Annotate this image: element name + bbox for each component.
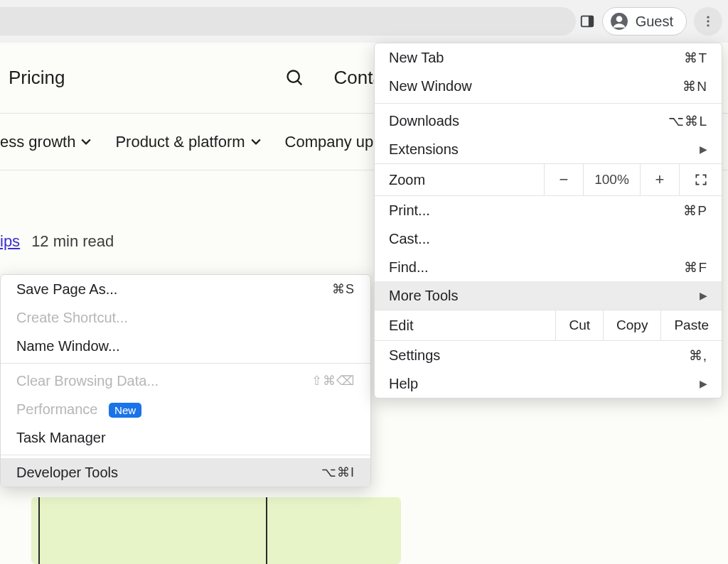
menu-extensions[interactable]: Extensions ▶ — [375, 135, 722, 163]
fullscreen-button[interactable] — [679, 164, 722, 195]
edit-copy-button[interactable]: Copy — [603, 310, 660, 340]
menu-more-tools[interactable]: More Tools ▶ — [375, 281, 722, 310]
chevron-right-icon: ▶ — [700, 143, 707, 155]
profile-chip[interactable]: Guest — [602, 7, 687, 36]
menu-downloads[interactable]: Downloads ⌥⌘L — [375, 107, 722, 135]
edit-paste-button[interactable]: Paste — [660, 310, 722, 340]
svg-rect-1 — [588, 16, 592, 27]
browser-toolbar: Guest — [0, 0, 728, 43]
submenu-save-page-as[interactable]: Save Page As... ⌘S — [1, 275, 370, 303]
submenu-create-shortcut: Create Shortcut... — [1, 303, 370, 332]
article-readtime: 12 min read — [31, 232, 114, 251]
submenu-performance: Performance New — [1, 395, 370, 423]
svg-point-3 — [616, 16, 622, 22]
svg-point-4 — [707, 16, 709, 18]
menu-edit-label: Edit — [375, 310, 555, 340]
menu-help[interactable]: Help ▶ — [375, 369, 722, 398]
menu-print[interactable]: Print... ⌘P — [375, 196, 722, 224]
menu-cast[interactable]: Cast... — [375, 224, 722, 253]
svg-line-8 — [298, 80, 302, 85]
menu-zoom-row: Zoom − 100% + — [375, 163, 722, 196]
chevron-right-icon: ▶ — [700, 290, 707, 301]
menu-settings[interactable]: Settings ⌘, — [375, 341, 722, 369]
kebab-menu-button[interactable] — [694, 7, 722, 36]
edit-cut-button[interactable]: Cut — [555, 310, 603, 340]
toolbar-right-cluster: Guest — [579, 7, 728, 36]
search-icon[interactable] — [285, 68, 305, 88]
zoom-value: 100% — [583, 164, 640, 195]
menu-new-window[interactable]: New Window ⌘N — [375, 72, 722, 100]
submenu-task-manager[interactable]: Task Manager — [1, 423, 370, 452]
illustration-block — [31, 497, 401, 564]
chrome-main-menu: New Tab ⌘T New Window ⌘N Downloads ⌥⌘L E… — [374, 43, 722, 398]
side-panel-icon[interactable] — [579, 13, 595, 29]
nav-pricing[interactable]: Pricing — [9, 67, 86, 89]
fullscreen-icon — [694, 173, 708, 187]
menu-edit-row: Edit Cut Copy Paste — [375, 310, 722, 341]
menu-find[interactable]: Find... ⌘F — [375, 253, 722, 281]
article-category-link[interactable]: ips — [0, 232, 20, 251]
submenu-clear-browsing-data: Clear Browsing Data... ⇧⌘⌫ — [1, 367, 370, 395]
submenu-name-window[interactable]: Name Window... — [1, 332, 370, 360]
kebab-icon — [701, 14, 715, 28]
new-badge: New — [109, 403, 141, 418]
svg-point-7 — [288, 70, 299, 82]
more-tools-submenu: Save Page As... ⌘S Create Shortcut... Na… — [0, 274, 371, 487]
zoom-in-button[interactable]: + — [640, 164, 679, 195]
profile-label: Guest — [636, 13, 673, 30]
svg-point-6 — [707, 24, 709, 26]
submenu-developer-tools[interactable]: Developer Tools ⌥⌘I — [1, 458, 370, 487]
sub-business-growth[interactable]: ess growth — [0, 133, 115, 151]
chevron-right-icon: ▶ — [700, 378, 707, 389]
chevron-down-icon — [251, 139, 261, 146]
svg-point-5 — [707, 20, 709, 22]
menu-zoom-label: Zoom — [375, 164, 544, 195]
menu-new-tab[interactable]: New Tab ⌘T — [375, 43, 722, 72]
chevron-down-icon — [81, 139, 91, 146]
sub-product-platform[interactable]: Product & platform — [115, 133, 284, 151]
zoom-out-button[interactable]: − — [544, 164, 583, 195]
omnibox[interactable] — [0, 7, 576, 36]
profile-icon — [610, 12, 628, 31]
